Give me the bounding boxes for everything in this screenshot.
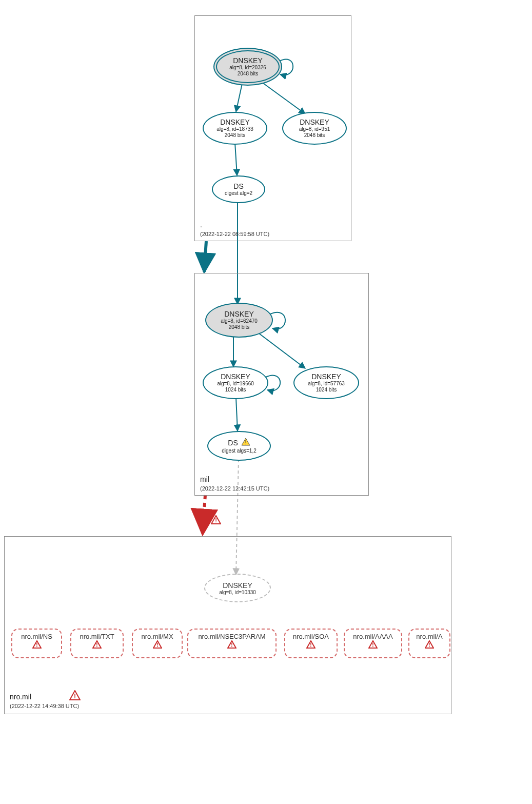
node-root-ds[interactable]: DS digest alg=2 <box>212 175 265 203</box>
svg-text:!: ! <box>310 642 311 648</box>
svg-text:!: ! <box>215 517 217 523</box>
svg-text:!: ! <box>36 642 37 648</box>
zone-mil-label: mil (2022-12-22 12:42:15 UTC) <box>200 475 269 492</box>
error-icon: ! <box>69 690 81 702</box>
node-root-ksk[interactable]: DNSKEY alg=8, id=20326 2048 bits <box>213 48 282 86</box>
svg-text:!: ! <box>96 642 97 648</box>
svg-text:!: ! <box>245 439 246 445</box>
node-mil-ds[interactable]: DS ! digest algs=1,2 <box>207 431 271 461</box>
node-root-zsk2[interactable]: DNSKEY alg=8, id=951 2048 bits <box>282 112 347 145</box>
svg-text:!: ! <box>372 642 373 648</box>
svg-text:!: ! <box>428 642 430 648</box>
record-soa[interactable]: nro.mil/SOA ! <box>284 629 338 658</box>
record-mx[interactable]: nro.mil/MX ! <box>132 629 183 658</box>
zone-nro: nro.mil (2022-12-22 14:49:38 UTC) ! <box>4 536 451 714</box>
zone-root-label: . (2022-12-22 08:59:58 UTC) <box>200 221 269 238</box>
zone-nro-label: nro.mil (2022-12-22 14:49:38 UTC) <box>10 693 79 710</box>
node-nro-dnskey[interactable]: DNSKEY alg=8, id=10330 <box>204 574 271 602</box>
svg-text:!: ! <box>231 642 232 648</box>
zone-root-name: . <box>200 221 269 229</box>
node-sub1: alg=8, id=20326 <box>229 65 266 71</box>
zone-root-ts: (2022-12-22 08:59:58 UTC) <box>200 231 269 237</box>
svg-text:!: ! <box>156 642 158 648</box>
node-mil-zsk2[interactable]: DNSKEY alg=8, id=57763 1024 bits <box>293 366 359 399</box>
svg-text:!: ! <box>74 693 76 700</box>
record-nsec3param[interactable]: nro.mil/NSEC3PARAM ! <box>187 629 277 658</box>
record-txt[interactable]: nro.mil/TXT ! <box>70 629 124 658</box>
node-sub2: 2048 bits <box>238 71 259 77</box>
node-root-zsk1[interactable]: DNSKEY alg=8, id=18733 2048 bits <box>203 112 267 145</box>
node-mil-zsk1[interactable]: DNSKEY alg=8, id=19660 1024 bits <box>203 366 268 399</box>
node-title: DNSKEY <box>233 56 263 65</box>
record-a[interactable]: nro.mil/A ! <box>408 629 450 658</box>
warning-icon: ! <box>241 438 250 448</box>
record-ns[interactable]: nro.mil/NS ! <box>11 629 62 658</box>
record-aaaa[interactable]: nro.mil/AAAA ! <box>344 629 402 658</box>
node-mil-ksk[interactable]: DNSKEY alg=8, id=62470 2048 bits <box>205 303 273 338</box>
error-icon: ! <box>211 515 221 526</box>
